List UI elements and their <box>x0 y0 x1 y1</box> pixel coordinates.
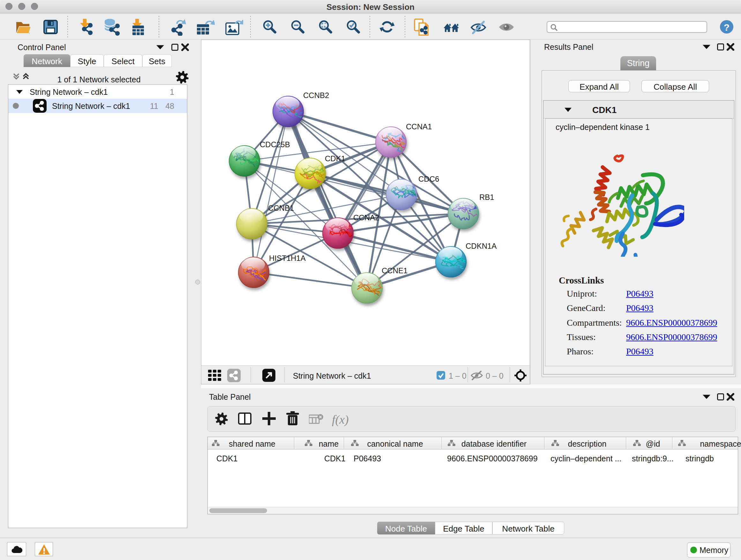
svg-text:CCNE1: CCNE1 <box>382 266 408 275</box>
svg-text:CCNA1: CCNA1 <box>406 122 432 131</box>
svg-text:CDC6: CDC6 <box>418 175 439 183</box>
svg-text:CDK1: CDK1 <box>325 154 345 163</box>
svg-text:RB1: RB1 <box>479 193 494 201</box>
svg-text:CCNB1: CCNB1 <box>268 204 294 212</box>
svg-text:CCNA2: CCNA2 <box>353 213 379 222</box>
svg-text:CDC25B: CDC25B <box>260 140 290 149</box>
svg-text:CCNB2: CCNB2 <box>303 91 329 100</box>
svg-text:HIST1H1A: HIST1H1A <box>269 254 306 262</box>
svg-text:CDKN1A: CDKN1A <box>466 242 496 250</box>
